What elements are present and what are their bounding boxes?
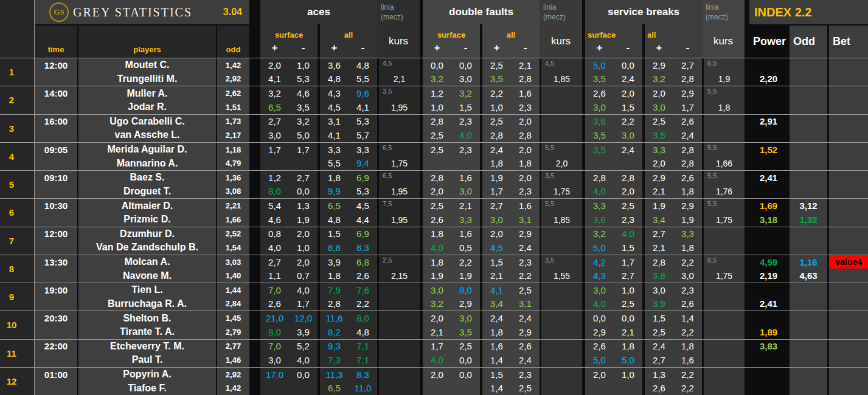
match-time-cell: 01:00 (35, 368, 77, 395)
stat-value: 1,9 (451, 269, 480, 283)
df-linia-kurs-cell (540, 340, 582, 367)
df-stat-cell: 2,02,3 (511, 171, 540, 198)
iodd-value: 4,63 (790, 269, 827, 283)
player-odd: 3,03 (217, 255, 249, 269)
stat-value: 3,0 (451, 72, 480, 86)
kurs-value: 1,95 (379, 213, 420, 227)
stat-value: 2,8 (614, 171, 642, 185)
stat-value: 3,2 (585, 227, 614, 241)
bet-value (829, 325, 868, 339)
stat-value: 1,3 (289, 199, 318, 213)
linia-value (379, 227, 420, 242)
odds-cell: 2,211,66 (216, 199, 249, 226)
df-stat-cell: 1,74,0 (423, 340, 451, 367)
players-cell: Muller A.Jodar R. (77, 86, 216, 114)
time-value: 10:30 (35, 199, 77, 213)
kurs-value (704, 241, 745, 255)
stat-value: 2,4 (645, 340, 673, 354)
df-stat-cell: 1,84,0 (423, 227, 451, 255)
player-odd: 2,17 (217, 128, 249, 142)
aces-stat-cell: 1,7 (289, 143, 318, 170)
stat-value: 5,4 (260, 199, 289, 213)
stat-value: 2,3 (614, 213, 642, 227)
linia-value (541, 283, 582, 298)
stat-value: 1,7 (673, 100, 702, 114)
sb-stat-cell: 2,82,8 (673, 143, 702, 170)
linia-value: 6,5 (704, 255, 745, 270)
match-row: 813:30Molcan A.Navone M.3,031,402,71,12,… (0, 255, 868, 283)
player-name: Molcan A. (78, 255, 216, 269)
df-linia-kurs-cell (540, 115, 582, 142)
stat-value: 3,0 (260, 128, 289, 142)
index-odd-cell (788, 115, 827, 142)
player-name: Etcheverry T. M. (78, 340, 216, 354)
plus-minus-header: +- (645, 40, 702, 58)
row-number: 5 (0, 179, 23, 190)
stat-value: 2,8 (511, 128, 540, 142)
df-stat-cell: 2,3 (451, 143, 480, 170)
linia-value: 5,5 (704, 171, 745, 185)
sb-linia-kurs-cell: 5,51,66 (702, 143, 745, 170)
stat-value: 2,6 (260, 297, 289, 311)
player-name: Tiafoe F. (78, 381, 216, 395)
stat-value: 1,7 (614, 255, 642, 269)
row-number-cell: 4 (0, 143, 35, 170)
stat-value: 3,3 (451, 213, 480, 227)
index-odd-cell: 1,164,63 (788, 255, 827, 283)
stat-value: 3,3 (645, 143, 673, 157)
match-time-cell: 20:30 (35, 311, 77, 338)
row-number-cell: 6 (0, 199, 35, 226)
stat-value: 3,0 (645, 100, 673, 114)
sb-stat-cell: 2,23,0 (614, 115, 642, 142)
iodd-value (790, 58, 827, 72)
stat-value: 8,3 (349, 368, 377, 382)
stat-value: 8,2 (320, 325, 349, 339)
player-name: Shelton B. (78, 311, 216, 325)
aces-stat-cell: 7,92,8 (320, 283, 349, 311)
power-value (749, 58, 788, 72)
mecz-label: (mecz) (706, 12, 745, 22)
stat-value: 2,3 (511, 100, 540, 114)
stat-value: 3,0 (423, 283, 451, 297)
match-time-cell: 19:00 (35, 283, 77, 311)
sb-stat-cell: 0,02,9 (585, 311, 614, 338)
stat-value: 5,5 (349, 72, 377, 86)
stat-value: 4,0 (451, 128, 480, 142)
stat-value: 2,3 (511, 185, 540, 199)
stat-value: 1,9 (645, 199, 673, 213)
aces-stat-cell: 11,36,5 (320, 368, 349, 395)
match-row: 1020:30Shelton B.Tirante T. A.1,452,7921… (0, 311, 868, 338)
stat-value: 2,7 (645, 353, 673, 367)
time-column-header: time (35, 24, 77, 58)
match-row: 316:00Ugo Carabelli C.van Assche L.1,732… (0, 114, 868, 142)
stat-value: 3,3 (320, 143, 349, 157)
df-stat-cell: 8,02,9 (451, 283, 480, 311)
stat-value: 4,5 (349, 199, 377, 213)
power-value (749, 86, 788, 100)
stat-value: 5,3 (289, 72, 318, 86)
df-stat-cell: 2,13,3 (451, 199, 480, 226)
stat-value: 2,1 (482, 269, 511, 283)
stat-value: 2,9 (511, 227, 540, 241)
plus-minus-header: +- (260, 40, 318, 58)
linia-value: 7,5 (379, 199, 420, 213)
iodd-value (790, 72, 827, 86)
aces-linia-kurs-cell: 3,51,95 (377, 86, 420, 114)
stat-value: 3,5 (585, 128, 614, 142)
player-name: Muller A. (78, 86, 216, 100)
stat-value: 2,0 (511, 143, 540, 157)
players-cell: Tien L.Burruchaga R. A. (77, 283, 216, 311)
linia-value (379, 340, 420, 354)
stat-value: 2,6 (511, 340, 540, 354)
linia-value (704, 115, 745, 129)
stat-value: 2,7 (289, 171, 318, 185)
stat-value: 1,4 (482, 381, 511, 395)
stat-value: 3,0 (585, 283, 614, 297)
kurs-value: 1,95 (379, 185, 420, 199)
iodd-value: 1,16 (790, 255, 827, 269)
stat-value: 4,1 (320, 128, 349, 142)
aces-linia-kurs-cell (377, 311, 420, 338)
stat-value: 2,8 (673, 143, 702, 157)
stat-value: 4,6 (289, 86, 318, 100)
stat-value: 2,1 (645, 241, 673, 255)
